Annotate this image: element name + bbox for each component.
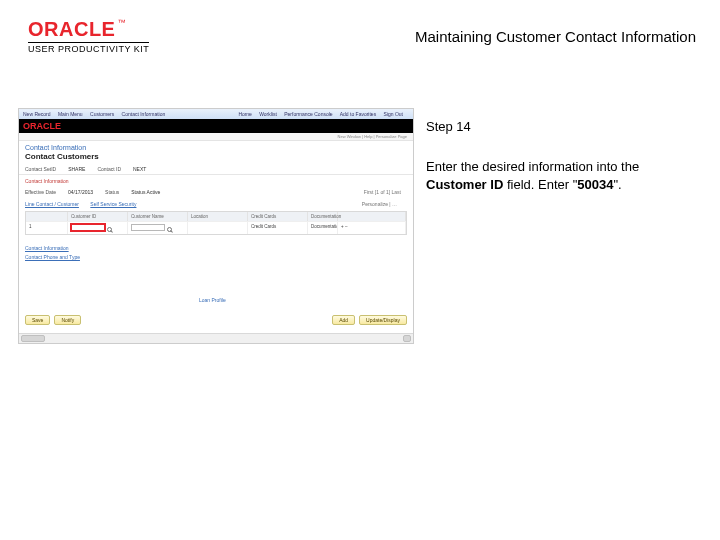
lookup-icon[interactable] bbox=[107, 227, 112, 232]
sub-toolbar[interactable]: New Window | Help | Personalize Page bbox=[19, 133, 413, 141]
instruction-value: 50034 bbox=[577, 177, 613, 192]
instruction-part3: ". bbox=[613, 177, 621, 192]
brand-tm: ™ bbox=[117, 18, 125, 27]
section-header-label: Contact Information bbox=[25, 178, 69, 184]
nav-link[interactable]: Add to Favorites bbox=[340, 111, 376, 117]
nav-link[interactable]: Home bbox=[238, 111, 251, 117]
label: Contact ID bbox=[97, 166, 121, 172]
label: Contact SetID bbox=[25, 166, 56, 172]
breadcrumb: New Record Main Menu Customers Contact I… bbox=[23, 111, 171, 117]
table-row: 1 Credit Cards Documentation + – bbox=[26, 221, 406, 234]
value: NEXT bbox=[133, 166, 146, 172]
brand-subtitle: USER PRODUCTIVITY KIT bbox=[28, 42, 149, 54]
customer-table: Customer ID Customer Name Location Credi… bbox=[25, 211, 407, 235]
breadcrumb-bar: New Record Main Menu Customers Contact I… bbox=[19, 109, 413, 119]
table-header: Customer ID Customer Name Location Credi… bbox=[26, 212, 406, 221]
id-row: Contact SetID SHARE Contact ID NEXT bbox=[19, 164, 413, 174]
crumb[interactable]: Customers bbox=[90, 111, 114, 117]
screenshot: New Record Main Menu Customers Contact I… bbox=[18, 108, 414, 344]
value: 04/17/2013 bbox=[68, 189, 93, 195]
footer-right: Add Update/Display bbox=[326, 311, 413, 329]
link[interactable]: Self Service Security bbox=[90, 201, 136, 207]
bottom-links: Contact Information Contact Phone and Ty… bbox=[19, 239, 413, 265]
step-label: Step 14 bbox=[426, 118, 696, 136]
section-title: Contact Information bbox=[19, 141, 413, 151]
section-header: Contact Information bbox=[25, 177, 407, 185]
app-logo: ORACLE bbox=[23, 121, 61, 131]
instruction-field: Customer ID bbox=[426, 177, 503, 192]
link[interactable]: Line Contact / Customer bbox=[25, 201, 79, 207]
link-row: Line Contact / Customer Self Service Sec… bbox=[19, 199, 413, 209]
col: Customer Name bbox=[128, 212, 188, 221]
instruction-part2: field. Enter " bbox=[503, 177, 577, 192]
label: Effective Date bbox=[25, 189, 56, 195]
value: Status Active bbox=[131, 189, 160, 195]
customer-id-input[interactable] bbox=[71, 224, 105, 231]
footer-left: Save Notify bbox=[19, 311, 87, 329]
horizontal-scrollbar[interactable] bbox=[19, 333, 413, 343]
instruction-part1: Enter the desired information into the bbox=[426, 159, 639, 174]
remove-row-button[interactable]: – bbox=[345, 224, 348, 229]
label: Status bbox=[105, 189, 119, 195]
documentation-cell[interactable]: Documentation bbox=[308, 221, 338, 234]
page-title: Maintaining Customer Contact Information bbox=[415, 28, 696, 45]
pager[interactable]: First [1 of 1] Last bbox=[358, 187, 407, 197]
col: Location bbox=[188, 212, 248, 221]
scrollbar-thumb[interactable] bbox=[21, 335, 45, 342]
add-button[interactable]: Add bbox=[332, 315, 355, 325]
row-actions: + – bbox=[338, 221, 406, 234]
location-cell bbox=[188, 221, 248, 234]
nav-link[interactable]: Sign Out bbox=[384, 111, 403, 117]
instruction-panel: Step 14 Enter the desired information in… bbox=[426, 118, 696, 195]
notify-button[interactable]: Notify bbox=[54, 315, 81, 325]
loan-profile-link[interactable]: Loan Profile bbox=[199, 297, 226, 303]
lookup-icon[interactable] bbox=[167, 227, 172, 232]
col bbox=[26, 212, 68, 221]
customer-id-cell bbox=[68, 221, 128, 234]
update-display-button[interactable]: Update/Display bbox=[359, 315, 407, 325]
toolbar-links: Home Worklist Performance Console Add to… bbox=[238, 111, 409, 117]
personalize-link[interactable]: Personalize | … bbox=[362, 201, 397, 207]
page-heading: Contact Customers bbox=[19, 151, 413, 164]
row-seq: 1 bbox=[26, 221, 68, 234]
nav-link[interactable]: Performance Console bbox=[284, 111, 332, 117]
add-row-button[interactable]: + bbox=[341, 224, 344, 229]
brand-block: ORACLE™ USER PRODUCTIVITY KIT bbox=[28, 18, 149, 54]
scrollbar-right-arrow-icon[interactable] bbox=[403, 335, 411, 342]
effective-row: Effective Date 04/17/2013 Status Status … bbox=[19, 185, 413, 199]
brand-logo: ORACLE bbox=[28, 18, 115, 40]
creditcards-cell[interactable]: Credit Cards bbox=[248, 221, 308, 234]
link[interactable]: Contact Phone and Type bbox=[25, 254, 407, 260]
crumb[interactable]: Main Menu bbox=[58, 111, 83, 117]
instruction-text: Enter the desired information into the C… bbox=[426, 158, 696, 194]
customer-name-cell bbox=[128, 221, 188, 234]
save-button[interactable]: Save bbox=[25, 315, 50, 325]
link[interactable]: Contact Information bbox=[25, 245, 407, 251]
col: Documentation bbox=[308, 212, 338, 221]
divider bbox=[19, 174, 413, 175]
app-header: ORACLE bbox=[19, 119, 413, 133]
value: SHARE bbox=[68, 166, 85, 172]
col: Customer ID bbox=[68, 212, 128, 221]
col bbox=[338, 212, 406, 221]
nav-link[interactable]: Worklist bbox=[259, 111, 277, 117]
crumb[interactable]: Contact Information bbox=[122, 111, 166, 117]
col: Credit Cards bbox=[248, 212, 308, 221]
crumb[interactable]: New Record bbox=[23, 111, 51, 117]
customer-name-input[interactable] bbox=[131, 224, 165, 231]
